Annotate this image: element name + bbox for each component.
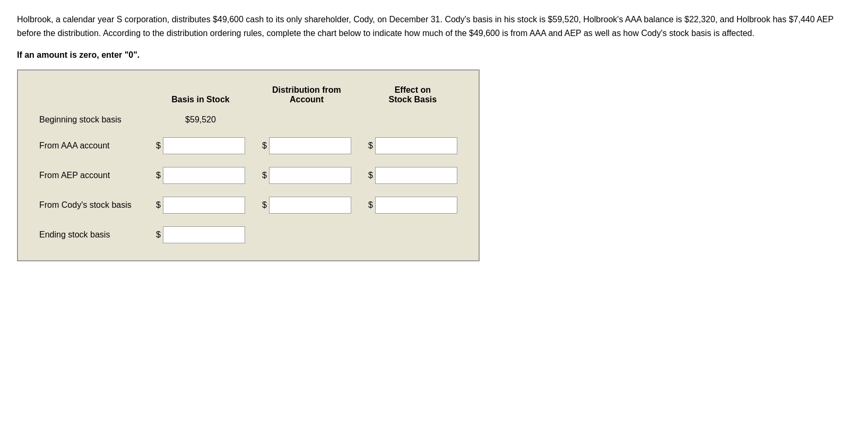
- dollar-sign: $: [156, 141, 161, 151]
- aep-distribution-input[interactable]: [269, 167, 351, 184]
- problem-text: Holbrook, a calendar year S corporation,…: [17, 13, 851, 40]
- chart-container: Basis in Stock Distribution from Account…: [17, 69, 480, 261]
- row-label-aep: From AEP account: [31, 161, 147, 190]
- dollar-sign: $: [262, 141, 267, 151]
- dollar-sign: $: [262, 200, 267, 210]
- aep-basis-input[interactable]: [163, 167, 245, 184]
- cody-distribution-cell: $: [254, 190, 360, 220]
- aaa-distribution-input[interactable]: [269, 137, 351, 154]
- aaa-effect-cell: $: [360, 131, 466, 161]
- ending-basis-input[interactable]: [163, 226, 245, 243]
- distribution-table: Basis in Stock Distribution from Account…: [31, 81, 466, 250]
- table-row: Beginning stock basis $59,520: [31, 109, 466, 131]
- cody-basis-input[interactable]: [163, 197, 245, 214]
- aaa-basis-input[interactable]: [163, 137, 245, 154]
- col-header-effect: Effect on Stock Basis: [360, 81, 466, 109]
- aep-basis-cell: $: [147, 161, 254, 190]
- table-row: From AAA account $ $ $: [31, 131, 466, 161]
- row-label-beginning: Beginning stock basis: [31, 109, 147, 131]
- dollar-sign: $: [262, 171, 267, 180]
- dollar-sign: $: [156, 171, 161, 180]
- dollar-sign: $: [368, 141, 373, 151]
- row-label-aaa: From AAA account: [31, 131, 147, 161]
- cody-basis-cell: $: [147, 190, 254, 220]
- cody-effect-input[interactable]: [375, 197, 457, 214]
- dollar-sign: $: [368, 200, 373, 210]
- ending-effect-empty: [360, 220, 466, 250]
- beginning-basis-value: $59,520: [147, 109, 254, 131]
- ending-distribution-empty: [254, 220, 360, 250]
- dollar-sign: $: [156, 230, 161, 240]
- table-row: From AEP account $ $ $: [31, 161, 466, 190]
- row-label-ending: Ending stock basis: [31, 220, 147, 250]
- cody-distribution-input[interactable]: [269, 197, 351, 214]
- aep-effect-cell: $: [360, 161, 466, 190]
- dollar-sign: $: [368, 171, 373, 180]
- aep-effect-input[interactable]: [375, 167, 457, 184]
- dollar-sign: $: [156, 200, 161, 210]
- cody-effect-cell: $: [360, 190, 466, 220]
- instruction-text: If an amount is zero, enter "0".: [17, 50, 851, 60]
- aep-distribution-cell: $: [254, 161, 360, 190]
- col-header-basis: Basis in Stock: [147, 81, 254, 109]
- table-row: Ending stock basis $: [31, 220, 466, 250]
- beginning-effect-empty: [360, 109, 466, 131]
- aaa-effect-input[interactable]: [375, 137, 457, 154]
- col-header-row-label: [31, 81, 147, 109]
- aaa-basis-cell: $: [147, 131, 254, 161]
- beginning-distribution-empty: [254, 109, 360, 131]
- aaa-distribution-cell: $: [254, 131, 360, 161]
- ending-basis-cell: $: [147, 220, 254, 250]
- row-label-cody-stock: From Cody's stock basis: [31, 190, 147, 220]
- table-row: From Cody's stock basis $ $ $: [31, 190, 466, 220]
- col-header-distribution: Distribution from Account: [254, 81, 360, 109]
